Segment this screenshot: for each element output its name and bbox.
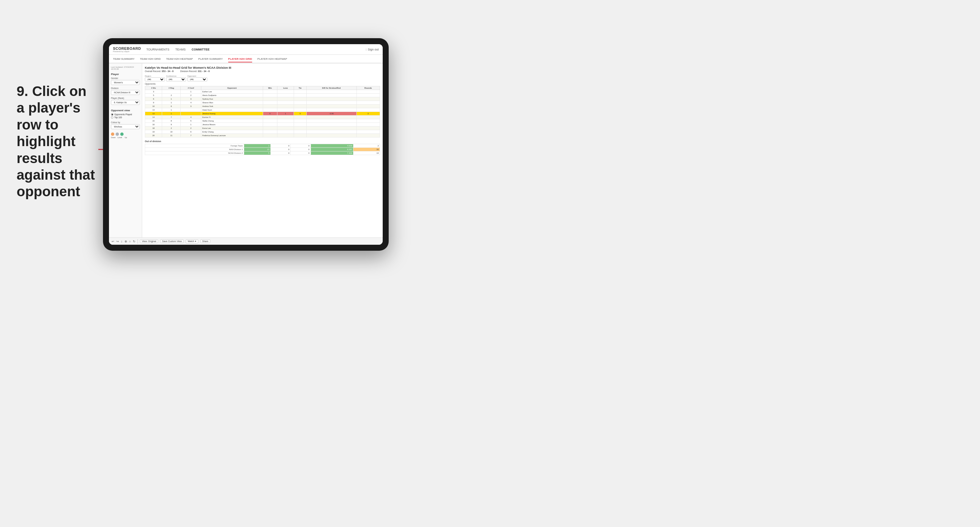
table-row[interactable]: 19106Emily Chang [145,130,380,134]
tablet-screen: SCOREBOARD Powered by clippd TOURNAMENTS… [109,44,383,245]
table-row[interactable]: 1585Stella Cheng [145,119,380,123]
add-icon[interactable]: ⊕ [124,240,127,243]
player-section-title: Player [111,73,140,76]
table-cell [263,127,277,130]
table-cell: Alexis Sudjianto [201,94,263,97]
nav-teams[interactable]: TEAMS [175,47,186,52]
radio-top100[interactable]: Top 100 [111,116,140,119]
h2h-grid-table: # Div # Reg # Conf Opponent Win Loss Tie… [145,86,380,138]
refresh-icon[interactable]: ↻ [133,240,135,243]
table-cell [263,116,277,119]
table-row[interactable]: 20117Federica Domecq Lacroze [145,134,380,138]
view-original-button[interactable]: View: Original [140,240,158,243]
table-cell: Jessica Mason [201,123,263,127]
table-row[interactable]: 1063Andrea York [145,105,380,108]
out-of-div-diff: 9.267 [310,148,353,151]
table-cell [306,90,356,94]
table-row[interactable]: 914Sharon Mun [145,101,380,105]
table-cell: 1 [181,90,201,94]
colour-dot-up [120,132,124,136]
table-cell [277,134,294,138]
table-cell: 1 [181,123,201,127]
table-row[interactable]: 1822Euna Lee [145,127,380,130]
division-select[interactable]: NCAA Division III [111,90,140,95]
table-cell [294,101,306,105]
table-cell [294,105,306,108]
circle-icon[interactable]: ○ [129,240,131,243]
table-cell [277,108,294,112]
out-of-div-label: NAIA Division 1 [145,148,244,151]
opponents-label: Opponents: [145,83,380,85]
table-row[interactable]: 1691Jessica Mason [145,123,380,127]
table-cell: 1 [277,112,294,116]
overall-record-label: Overall Record: 353 - 34 - 6 [145,70,173,72]
colour-by-select[interactable]: Win/loss [111,124,140,129]
out-of-div-row[interactable]: NCAA Division 25007.40010 [145,151,380,155]
out-of-div-row[interactable]: NAIA Division 115009.26730 [145,148,380,151]
conference-filter-select[interactable]: (All) [166,77,186,81]
table-cell [294,123,306,127]
col-rounds: Rounds [356,86,380,90]
table-cell [356,130,380,134]
records-row: Overall Record: 353 - 34 - 6 Division Re… [145,70,380,72]
subnav-player-h2h-grid[interactable]: PLAYER H2H GRID [228,56,252,62]
logo-text: SCOREBOARD [113,46,141,51]
table-cell: 14 [145,116,162,119]
table-cell [277,105,294,108]
out-of-div-win: 1 [244,144,270,148]
table-cell: Sydney Kuo [201,97,263,101]
out-of-div-row[interactable]: Foreign Team1004.5002 [145,144,380,148]
watch-button[interactable]: Watch ▾ [186,240,198,243]
opponent-view: Opponent view Opponents Played Top 100 [111,109,140,119]
table-row[interactable]: 31Esther Lee [145,90,380,94]
table-cell: 13 [145,112,162,116]
table-row[interactable]: 1474Eunice Yi [145,116,380,119]
subnav-player-h2h-heatmap[interactable]: PLAYER H2H HEATMAP [258,56,287,62]
table-cell: 3 [145,90,162,94]
table-row[interactable]: 131Jessica Huang010-3.002 [145,112,380,116]
subnav-team-h2h-grid[interactable]: TEAM H2H GRID [140,56,161,62]
col-tie: Tie [294,86,306,90]
save-custom-view-button[interactable]: Save Custom View [160,240,184,243]
table-cell [277,101,294,105]
share-button[interactable]: Share [200,240,211,243]
table-cell: 5 [145,94,162,97]
table-cell [306,127,356,130]
table-cell: Sharon Mun [201,101,263,105]
gender-label: Gender [111,77,140,79]
radio-opponents-played[interactable]: Opponents Played [111,113,140,116]
table-cell: 19 [145,130,162,134]
redo-icon[interactable]: ↪ [116,240,119,243]
opponent-filter-select[interactable]: (All) [187,77,207,81]
annotation-text: 9. Click on a player's row to highlight … [17,83,96,200]
table-cell: -3.00 [306,112,356,116]
table-row[interactable]: 522Alexis Sudjianto [145,94,380,97]
subnav-team-h2h-heatmap[interactable]: TEAM H2H HEATMAP [166,56,193,62]
subnav-team-summary[interactable]: TEAM SUMMARY [113,56,135,62]
table-cell [294,108,306,112]
table-cell [263,105,277,108]
out-of-div-tie: 0 [291,144,310,148]
table-cell: 15 [145,119,162,123]
table-cell: 8 [162,119,181,123]
nav-committee[interactable]: COMMITTEE [192,47,210,52]
table-cell [277,130,294,134]
region-filter-select[interactable]: (All) [145,77,165,81]
table-cell: 11 [162,134,181,138]
out-of-div-win: 15 [244,148,270,151]
nav-tournaments[interactable]: TOURNAMENTS [146,47,169,52]
division-record-prefix: Division Record: [180,70,197,72]
player-rank-select[interactable]: 8. Katelyn Vo [111,100,140,105]
division-label: Division [111,87,140,89]
table-cell [356,97,380,101]
radio-dot-unselected [111,116,113,119]
undo-icon[interactable]: ↩ [111,240,114,243]
out-of-div-tie: 0 [291,148,310,151]
gender-select[interactable]: Women's [111,80,140,85]
subnav-player-summary[interactable]: PLAYER SUMMARY [198,56,223,62]
table-cell [263,134,277,138]
sign-out-button[interactable]: Sign out [368,48,379,51]
table-row[interactable]: 613Sydney Kuo [145,97,380,101]
table-row[interactable]: 131Haeji Hyun [145,108,380,112]
history-icon[interactable]: ↕ [121,240,123,243]
